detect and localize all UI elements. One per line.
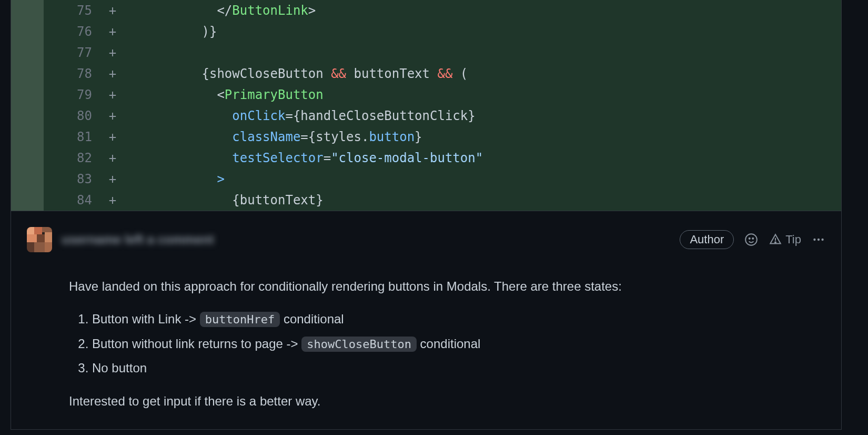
- line-number[interactable]: 78: [44, 63, 102, 84]
- code-content: <PrimaryButton: [124, 84, 841, 105]
- code-content: )}: [124, 21, 841, 42]
- diff-line[interactable]: 78+ {showCloseButton && buttonText && (: [11, 63, 841, 84]
- diff-gutter-stripe: [11, 21, 44, 42]
- diff-marker: +: [102, 147, 124, 169]
- svg-rect-3: [42, 227, 52, 232]
- diff-marker: +: [102, 105, 124, 126]
- svg-point-14: [775, 242, 776, 243]
- svg-point-11: [749, 238, 750, 239]
- svg-rect-4: [27, 234, 37, 242]
- diff-line[interactable]: 82+ testSelector="close-modal-button": [11, 147, 841, 169]
- inline-code: showCloseButton: [301, 337, 417, 352]
- line-number[interactable]: 81: [44, 126, 102, 147]
- code-content: className={styles.button}: [124, 126, 841, 147]
- line-number[interactable]: 84: [44, 190, 102, 211]
- svg-rect-2: [34, 227, 42, 234]
- line-number[interactable]: 83: [44, 169, 102, 190]
- diff-marker: +: [102, 42, 124, 63]
- svg-point-16: [817, 239, 820, 241]
- comment-intro: Have landed on this approach for conditi…: [69, 276, 825, 296]
- code-content: onClick={handleCloseButtonClick}: [124, 105, 841, 126]
- diff-marker: +: [102, 84, 124, 105]
- list-item: Button with Link -> buttonHref condition…: [92, 309, 825, 329]
- comment-list: Button with Link -> buttonHref condition…: [69, 309, 825, 378]
- diff-gutter-stripe: [11, 190, 44, 211]
- comment-header: username left a comment Author: [27, 227, 825, 252]
- diff-line[interactable]: 84+ {buttonText}: [11, 190, 841, 211]
- diff-gutter-stripe: [11, 147, 44, 169]
- diff-marker: +: [102, 190, 124, 211]
- diff-gutter-stripe: [11, 63, 44, 84]
- reaction-button[interactable]: [744, 233, 758, 246]
- list-item: No button: [92, 358, 825, 378]
- comment-body: Have landed on this approach for conditi…: [27, 264, 825, 424]
- code-content: {buttonText}: [124, 190, 841, 211]
- diff-marker: +: [102, 0, 124, 21]
- line-number[interactable]: 77: [44, 42, 102, 63]
- svg-point-17: [821, 239, 823, 241]
- line-number[interactable]: 76: [44, 21, 102, 42]
- svg-point-10: [745, 234, 757, 245]
- diff-marker: +: [102, 63, 124, 84]
- svg-rect-7: [27, 242, 34, 252]
- diff-line[interactable]: 80+ onClick={handleCloseButtonClick}: [11, 105, 841, 126]
- svg-point-12: [752, 238, 753, 239]
- code-content: {showCloseButton && buttonText && (: [124, 63, 841, 84]
- comment-card: username left a comment Author: [11, 211, 842, 430]
- diff-marker: +: [102, 169, 124, 190]
- diff-marker: +: [102, 126, 124, 147]
- diff-line[interactable]: 75+ </ButtonLink>: [11, 0, 841, 21]
- comment-outro: Interested to get input if there is a be…: [69, 391, 825, 411]
- diff-line[interactable]: 83+ >: [11, 169, 841, 190]
- diff-gutter-stripe: [11, 105, 44, 126]
- diff-line[interactable]: 79+ <PrimaryButton: [11, 84, 841, 105]
- diff-gutter-stripe: [11, 126, 44, 147]
- diff-line[interactable]: 76+ )}: [11, 21, 841, 42]
- code-content: testSelector="close-modal-button": [124, 147, 841, 169]
- line-number[interactable]: 80: [44, 105, 102, 126]
- diff-marker: +: [102, 21, 124, 42]
- list-item: Button without link returns to page -> s…: [92, 334, 825, 354]
- svg-rect-9: [45, 242, 52, 252]
- tip-button[interactable]: Tip: [769, 233, 801, 246]
- tip-label: Tip: [785, 233, 801, 246]
- diff-gutter-stripe: [11, 169, 44, 190]
- author-badge: Author: [680, 230, 734, 249]
- svg-rect-6: [45, 232, 52, 242]
- svg-point-15: [813, 239, 815, 241]
- code-content: </ButtonLink>: [124, 0, 841, 21]
- diff-line[interactable]: 77+: [11, 42, 841, 63]
- line-number[interactable]: 79: [44, 84, 102, 105]
- inline-code: buttonHref: [200, 312, 280, 327]
- diff-gutter-stripe: [11, 0, 44, 21]
- diff-block: 75+ </ButtonLink>76+ )}77+78+ {showClose…: [11, 0, 842, 211]
- comment-author-line: username left a comment: [62, 232, 214, 247]
- diff-line[interactable]: 81+ className={styles.button}: [11, 126, 841, 147]
- line-number[interactable]: 82: [44, 147, 102, 169]
- code-content: [124, 42, 841, 63]
- code-content: >: [124, 169, 841, 190]
- diff-gutter-stripe: [11, 84, 44, 105]
- svg-rect-1: [27, 227, 34, 234]
- svg-rect-5: [37, 234, 44, 242]
- diff-gutter-stripe: [11, 42, 44, 63]
- line-number[interactable]: 75: [44, 0, 102, 21]
- svg-rect-8: [34, 242, 44, 252]
- more-menu-icon[interactable]: [812, 233, 825, 246]
- avatar[interactable]: [27, 227, 52, 252]
